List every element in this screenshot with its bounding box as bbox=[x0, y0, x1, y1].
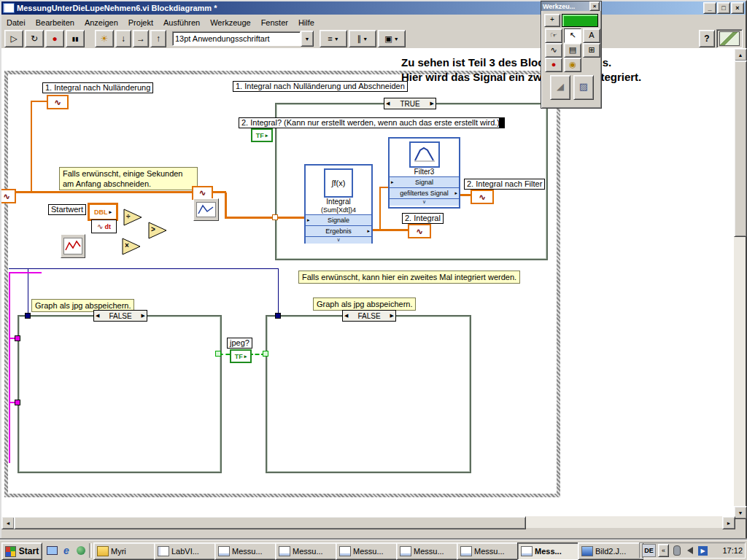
wire-orange-down-into-case[interactable] bbox=[225, 192, 227, 219]
annotation-line2[interactable]: Hier wird das Signal ein zweites Mal int… bbox=[401, 71, 641, 83]
integral-input-row[interactable]: ▸Signale bbox=[306, 214, 371, 225]
terminal-tf-integral2[interactable]: TF▸ bbox=[251, 128, 273, 142]
terminal-integral1[interactable]: ∿ bbox=[47, 95, 69, 109]
filter-input-row[interactable]: ▸Signal bbox=[390, 176, 459, 187]
tunnel-pink-2[interactable] bbox=[15, 400, 20, 405]
horizontal-scrollbar[interactable]: ◄ ► bbox=[1, 516, 734, 528]
tools-palette-window[interactable]: Werkzeu... × + ☞ ↖ A ∿ ▤ ⊞ ● ◉ ◢ ▨ bbox=[541, 1, 602, 109]
language-indicator[interactable]: DE bbox=[642, 544, 656, 557]
terminal-edge-left[interactable]: ∿ bbox=[1, 189, 16, 203]
task-button-messung5[interactable]: Messu... bbox=[457, 542, 522, 560]
wire-orange-into-integral[interactable] bbox=[225, 217, 306, 219]
tray-expand-icon[interactable]: « bbox=[658, 544, 669, 557]
waveform-chart-node[interactable] bbox=[61, 234, 85, 258]
title-bar[interactable]: MessungUnterDieLupeNehmen6.vi Blockdiagr… bbox=[1, 1, 746, 15]
edit-text-tool[interactable]: A bbox=[583, 28, 600, 43]
label-startwert[interactable]: Startwert bbox=[48, 204, 86, 215]
clock[interactable]: 17:12 bbox=[722, 546, 743, 555]
labview-tray-icon[interactable]: ▶ bbox=[697, 545, 708, 556]
probe-tool[interactable]: ◉ bbox=[564, 58, 581, 72]
run-continuous-button[interactable]: ↻ bbox=[25, 30, 44, 47]
align-objects-button[interactable]: ≡▼ bbox=[320, 30, 347, 47]
step-into-button[interactable]: ↓ bbox=[115, 30, 131, 47]
integral-output-row[interactable]: Ergebnis▸ bbox=[306, 225, 371, 236]
label-integral2[interactable]: 2. Integral bbox=[402, 213, 444, 224]
tools-palette-titlebar[interactable]: Werkzeu... × bbox=[541, 1, 601, 11]
label-integral2-nach-filter[interactable]: 2. Integral nach Filter bbox=[464, 179, 545, 190]
greater-node[interactable]: > bbox=[147, 221, 168, 240]
expand-chevron-icon[interactable]: ∨ bbox=[306, 236, 371, 244]
abort-button[interactable]: ● bbox=[45, 30, 64, 47]
font-selector[interactable]: 13pt Anwendungsschriftart ▼ bbox=[172, 31, 314, 46]
auto-tool-button[interactable]: + bbox=[544, 14, 560, 27]
task-button-active[interactable]: Mess... bbox=[517, 542, 583, 560]
block-diagram-canvas[interactable]: Zu sehen ist Teil 3 des Blockdiagramms. … bbox=[1, 48, 734, 516]
express-vi-filter[interactable]: Filter3 ▸Signal gefiltertes Signal▸ ∨ bbox=[388, 137, 460, 209]
case-structure-false-left[interactable] bbox=[18, 315, 222, 473]
task-button-messung2[interactable]: Messu... bbox=[275, 542, 341, 560]
task-button-messung3[interactable]: Messu... bbox=[336, 542, 401, 560]
case-next-icon[interactable]: ▶ bbox=[430, 100, 434, 107]
case-prev-icon[interactable]: ◀ bbox=[96, 312, 99, 319]
tunnel-green-left[interactable] bbox=[215, 351, 221, 357]
font-selector-dropdown-icon[interactable]: ▼ bbox=[301, 31, 314, 47]
horizontal-scroll-thumb[interactable] bbox=[14, 516, 526, 529]
color-copy-tool[interactable]: ◢ bbox=[550, 75, 570, 100]
wire-orange-branch-up[interactable] bbox=[379, 187, 381, 230]
menu-bearbeiten[interactable]: Bearbeiten bbox=[31, 17, 80, 28]
terminal-tf-jpeg[interactable]: TF▸ bbox=[230, 349, 252, 363]
tunnel-blue-right[interactable] bbox=[275, 313, 281, 319]
task-button-myri[interactable]: Myri bbox=[93, 542, 159, 560]
menu-ausfuehren[interactable]: Ausführen bbox=[158, 17, 205, 28]
task-button-messung4[interactable]: Messu... bbox=[396, 542, 462, 560]
vertical-scroll-thumb[interactable] bbox=[734, 61, 747, 237]
express-vi-integral[interactable]: ∫f(x) Integral (Sum[Xdt])4 ▸Signale Erge… bbox=[304, 164, 373, 244]
scroll-right-button[interactable]: ► bbox=[722, 516, 735, 529]
close-button[interactable]: × bbox=[731, 2, 744, 14]
case-selector-false-left[interactable]: ◀ FALSE ▶ bbox=[93, 310, 147, 322]
wire-pink-horizontal[interactable] bbox=[10, 272, 42, 273]
shortcut-menu-tool[interactable]: ▤ bbox=[564, 43, 581, 58]
step-out-button[interactable]: ↑ bbox=[150, 30, 166, 47]
highlight-execution-button[interactable]: ☀ bbox=[95, 30, 114, 47]
label-integral1b[interactable]: 1. Integral nach Nulländerung und Abschn… bbox=[233, 81, 408, 92]
waveform-graph-node[interactable] bbox=[193, 198, 219, 221]
scroll-down-button[interactable]: ▼ bbox=[734, 506, 747, 519]
comment-abschneiden[interactable]: Falls erwünscht, einige Sekunden am Anfa… bbox=[59, 167, 198, 190]
font-selector-value[interactable]: 13pt Anwendungsschriftart bbox=[172, 31, 301, 46]
menu-datei[interactable]: Datei bbox=[1, 17, 31, 28]
quick-launch-desktop[interactable] bbox=[45, 544, 58, 557]
multiply-node[interactable]: × bbox=[121, 237, 142, 256]
help-button[interactable]: ? bbox=[699, 30, 715, 47]
run-button[interactable]: ▷ bbox=[4, 30, 23, 47]
distribute-objects-button[interactable]: ∥▼ bbox=[349, 30, 376, 47]
tunnel-green-right[interactable] bbox=[263, 351, 268, 357]
vertical-scrollbar[interactable]: ▲ ▼ bbox=[734, 48, 746, 518]
menu-hilfe[interactable]: Hilfe bbox=[293, 17, 320, 28]
wire-blue-horizontal[interactable] bbox=[9, 268, 279, 269]
task-button-bild2[interactable]: Bild2.J... bbox=[578, 542, 643, 560]
menu-werkzeuge[interactable]: Werkzeuge bbox=[205, 17, 255, 28]
quick-launch-ie[interactable]: e bbox=[60, 544, 73, 557]
scroll-left-button[interactable]: ◄ bbox=[1, 516, 15, 529]
terminal-integral2[interactable]: ∿ bbox=[408, 224, 431, 238]
node-dt[interactable]: ∿ dt bbox=[91, 219, 117, 233]
volume-tray-icon[interactable] bbox=[684, 545, 695, 556]
scroll-up-button[interactable]: ▲ bbox=[734, 48, 747, 61]
breakpoint-tool[interactable]: ● bbox=[545, 58, 562, 72]
auto-tool-led[interactable] bbox=[562, 14, 598, 27]
tunnel-blue-left[interactable] bbox=[25, 313, 31, 319]
expand-chevron-icon[interactable]: ∨ bbox=[390, 198, 459, 206]
step-over-button[interactable]: → bbox=[133, 30, 149, 47]
position-tool-selected[interactable]: ↖ bbox=[564, 28, 581, 43]
tunnel-pink-1[interactable] bbox=[15, 335, 20, 341]
wire-blue-left-case[interactable] bbox=[28, 269, 28, 315]
maximize-button[interactable]: □ bbox=[717, 2, 730, 14]
reorder-objects-button[interactable]: ▣▼ bbox=[378, 30, 406, 47]
case-prev-icon[interactable]: ◀ bbox=[386, 100, 390, 107]
vi-icon-pane[interactable] bbox=[716, 29, 743, 48]
tools-palette-close-icon[interactable]: × bbox=[589, 1, 600, 11]
wire-orange-to-terminal[interactable] bbox=[32, 101, 47, 102]
case-selector-true[interactable]: ◀ TRUE ▶ bbox=[384, 98, 436, 109]
filter-output-row[interactable]: gefiltertes Signal▸ bbox=[390, 187, 459, 198]
